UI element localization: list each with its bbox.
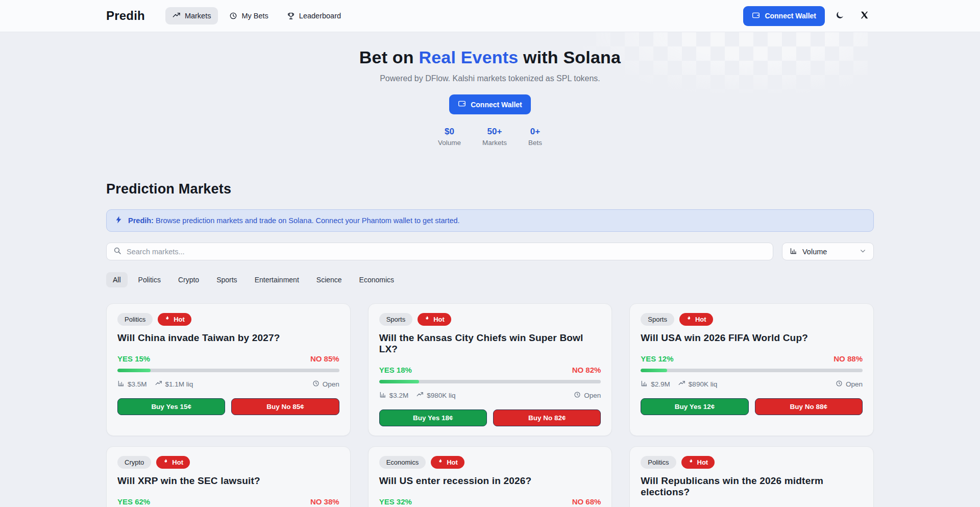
filter-chip-entertainment[interactable]: Entertainment: [248, 272, 306, 287]
hero-subtitle: Powered by DFlow. Kalshi markets tokeniz…: [0, 74, 980, 83]
hot-badge: Hot: [431, 456, 464, 469]
bar-chart-icon: [641, 380, 648, 389]
liquidity-stat: $890K liq: [678, 380, 717, 389]
hot-badge: Hot: [158, 313, 191, 326]
search-row: Volume: [106, 243, 874, 260]
bar-chart-icon: [379, 391, 386, 400]
market-title: Will US enter recession in 2026?: [379, 475, 601, 487]
category-badge: Crypto: [117, 456, 151, 469]
flame-icon: [686, 316, 692, 323]
filter-chip-all[interactable]: All: [106, 272, 128, 287]
buy-buttons: Buy Yes 15¢ Buy No 85¢: [117, 398, 339, 415]
tab-markets[interactable]: Markets: [165, 7, 218, 25]
stat-value: $0: [438, 127, 461, 137]
volume-stat: $3.5M: [117, 380, 147, 389]
odds-row: YES 18% NO 82%: [379, 366, 601, 374]
info-banner: Predih: Browse prediction markets and tr…: [106, 209, 874, 232]
app-logo: Predih: [106, 9, 145, 23]
hot-badge: Hot: [418, 313, 451, 326]
filter-chip-economics[interactable]: Economics: [353, 272, 401, 287]
no-odds: NO 88%: [834, 354, 863, 363]
flame-icon: [163, 458, 169, 466]
filter-chip-politics[interactable]: Politics: [132, 272, 167, 287]
category-badge: Politics: [117, 313, 153, 326]
moon-icon: [835, 11, 844, 21]
dark-mode-toggle[interactable]: [830, 6, 849, 26]
hero-connect-wallet-label: Connect Wallet: [471, 101, 522, 109]
buy-yes-button[interactable]: Buy Yes 18¢: [379, 409, 487, 426]
card-badges: Crypto Hot: [117, 456, 339, 469]
yes-odds: YES 32%: [379, 497, 412, 506]
odds-row: YES 62% NO 38%: [117, 497, 339, 506]
yes-odds: YES 15%: [117, 354, 150, 363]
banner-brand: Predih:: [128, 216, 154, 225]
market-title: Will USA win 2026 FIFA World Cup?: [641, 332, 863, 344]
card-badges: Politics Hot: [117, 313, 339, 326]
market-card[interactable]: Sports Hot Will USA win 2026 FIFA World …: [629, 303, 874, 436]
market-title: Will Republicans win the 2026 midterm el…: [641, 475, 863, 498]
hot-badge: Hot: [681, 456, 715, 469]
trending-up-icon: [678, 380, 685, 389]
odds-progress-track: [117, 369, 339, 372]
bar-chart-icon: [117, 380, 125, 389]
buy-no-button[interactable]: Buy No 82¢: [493, 409, 601, 426]
stat-label: Markets: [482, 139, 507, 147]
hero-connect-wallet-button[interactable]: Connect Wallet: [449, 94, 531, 114]
odds-row: YES 32% NO 68%: [379, 497, 601, 506]
filter-chip-crypto[interactable]: Crypto: [172, 272, 206, 287]
hot-badge: Hot: [679, 313, 713, 326]
tab-leaderboard[interactable]: Leaderboard: [280, 7, 348, 25]
x-social-link[interactable]: [854, 6, 874, 26]
market-status: Open: [312, 380, 339, 389]
hero-stat: 50+Markets: [482, 127, 507, 147]
hero-title-highlight: Real Events: [419, 47, 518, 67]
stat-label: Volume: [438, 139, 461, 147]
hero-section: Bet on Real Events with Solana Powered b…: [0, 32, 980, 167]
market-meta: $3.5M $1.1M liq Open: [117, 380, 339, 389]
category-badge: Politics: [641, 456, 676, 469]
flame-icon: [437, 458, 444, 466]
tab-label: Leaderboard: [299, 12, 341, 20]
buy-buttons: Buy Yes 18¢ Buy No 82¢: [379, 409, 601, 426]
search-icon: [113, 247, 121, 257]
connect-wallet-label: Connect Wallet: [765, 12, 816, 20]
market-card[interactable]: Economics Hot Will US enter recession in…: [368, 446, 612, 507]
odds-row: YES 15% NO 85%: [117, 354, 339, 363]
yes-odds: YES 18%: [379, 366, 412, 374]
buy-yes-button[interactable]: Buy Yes 12¢: [641, 398, 748, 415]
tab-my-bets[interactable]: My Bets: [222, 7, 275, 25]
market-card[interactable]: Politics Hot Will Republicans win the 20…: [629, 446, 874, 507]
tab-label: My Bets: [241, 12, 268, 20]
market-status: Open: [836, 380, 863, 389]
buy-yes-button[interactable]: Buy Yes 15¢: [117, 398, 225, 415]
market-card[interactable]: Sports Hot Will the Kansas City Chiefs w…: [368, 303, 612, 436]
trophy-icon: [287, 12, 295, 20]
banner-text: Predih: Browse prediction markets and tr…: [128, 216, 460, 225]
lightning-icon: [114, 215, 123, 226]
card-badges: Economics Hot: [379, 456, 601, 469]
yes-odds: YES 12%: [641, 354, 673, 363]
no-odds: NO 68%: [572, 497, 601, 506]
filter-chip-sports[interactable]: Sports: [210, 272, 243, 287]
buy-no-button[interactable]: Buy No 85¢: [231, 398, 339, 415]
connect-wallet-button[interactable]: Connect Wallet: [743, 6, 825, 26]
market-card[interactable]: Crypto Hot Will XRP win the SEC lawsuit?…: [106, 446, 351, 507]
history-clock-icon: [229, 12, 237, 20]
market-card[interactable]: Politics Hot Will China invade Taiwan by…: [106, 303, 351, 436]
nav-tabs: Markets My Bets Leaderboard: [165, 7, 348, 25]
markets-grid: Politics Hot Will China invade Taiwan by…: [106, 303, 874, 507]
nav-actions: Connect Wallet: [743, 6, 874, 26]
stat-value: 50+: [482, 127, 507, 137]
clock-icon: [574, 391, 581, 400]
card-badges: Sports Hot: [641, 313, 863, 326]
chevron-down-icon: [860, 248, 866, 256]
buy-no-button[interactable]: Buy No 88¢: [755, 398, 863, 415]
odds-progress-track: [641, 369, 863, 372]
sort-dropdown[interactable]: Volume: [782, 243, 874, 260]
liquidity-stat: $1.1M liq: [155, 380, 193, 389]
search-box: [106, 243, 773, 260]
filter-chip-science[interactable]: Science: [310, 272, 349, 287]
search-input[interactable]: [127, 248, 766, 256]
volume-stat: $3.2M: [379, 391, 409, 400]
clock-icon: [836, 380, 843, 389]
